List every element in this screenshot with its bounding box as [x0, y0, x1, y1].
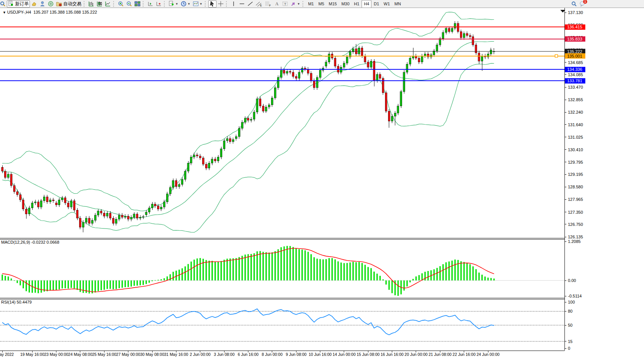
terminal-window: 新订单 自动交易 — [0, 0, 644, 357]
time-axis-label: 21 Jun 08:00 — [429, 352, 452, 357]
time-axis-label: 18 May 2022 — [0, 352, 14, 357]
time-axis-label: 10 Jun 16:00 — [309, 352, 332, 357]
time-axis-label: 15 Jun 08:00 — [357, 352, 380, 357]
bollinger-upper-band — [2, 12, 494, 211]
price-badge-133.781: 133.781 — [565, 78, 585, 83]
macd-values: -0.0232 0.0668 — [31, 240, 59, 244]
price-tick-label: 137.130 — [568, 10, 583, 15]
svg-text:135.222: 135.222 — [567, 49, 582, 54]
time-axis[interactable]: 18 May 202219 May 16:0023 May 00:0024 Ma… — [0, 351, 500, 357]
symbol-title: USDJPY-,H4 — [7, 10, 31, 14]
rsi-value: 50.4479 — [17, 300, 32, 304]
price-tick-label: 134.685 — [568, 60, 583, 65]
price-tick-label: 130.410 — [568, 147, 583, 152]
price-tick-label: 127.350 — [568, 210, 583, 215]
macd-axis-label: -0.5114 — [568, 294, 582, 298]
rsi-pane — [0, 309, 564, 341]
svg-text:133.781: 133.781 — [567, 78, 582, 83]
time-axis-label: 2 Jun 00:00 — [190, 352, 211, 357]
price-badge-135.001: 135.001 — [565, 53, 585, 59]
collapse-arrow-icon[interactable]: ▼ — [3, 11, 6, 14]
svg-text:134.336: 134.336 — [567, 67, 582, 72]
price-badge-135.833: 135.833 — [565, 36, 585, 42]
svg-text:135.001: 135.001 — [567, 54, 582, 58]
macd-pane — [0, 246, 564, 296]
rsi-axis-label: 15 — [568, 339, 572, 344]
rsi-indicator-label: RSI(14) 50.4479 — [1, 300, 32, 304]
price-tick-label: 131.025 — [568, 135, 583, 139]
bollinger-lower-band — [2, 63, 494, 232]
bollinger-middle-band — [2, 41, 494, 218]
time-axis-label: 27 May 00:00 — [116, 352, 140, 357]
rsi-line — [2, 309, 494, 335]
svg-text:135.833: 135.833 — [567, 37, 582, 41]
time-axis-label: 31 May 16:00 — [164, 352, 189, 357]
candles — [2, 21, 495, 232]
price-tick-label: 131.640 — [568, 122, 583, 127]
price-tick-label: 127.965 — [568, 197, 583, 202]
hline-handle[interactable] — [555, 55, 558, 57]
time-axis-label: 16 Jun 16:00 — [380, 352, 404, 357]
time-axis-label: 22 Jun 16:00 — [452, 352, 476, 357]
time-axis-label: 30 May 08:00 — [140, 352, 164, 357]
price-tick-label: 134.085 — [568, 72, 583, 77]
time-axis-label: 24 May 08:00 — [68, 352, 92, 357]
time-axis-label: 25 May 16:00 — [92, 352, 116, 357]
macd-name: MACD(12,26,9) — [1, 240, 30, 244]
price-tick-label: 128.580 — [568, 185, 583, 189]
time-axis-label: 8 Jun 00:00 — [262, 352, 282, 357]
price-axis[interactable]: 137.130136.520135.908135.296134.685134.0… — [564, 10, 585, 351]
time-axis-label: 19 May 16:00 — [20, 352, 44, 357]
time-axis-label: 6 Jun 16:00 — [238, 352, 259, 357]
price-tick-label: 133.470 — [568, 85, 583, 89]
symbol-ohlc-line: ▼USDJPY-,H4 135.207 135.388 135.088 135.… — [3, 10, 97, 14]
time-axis-label: 14 Jun 00:00 — [333, 352, 356, 357]
time-axis-label: 20 Jun 00:00 — [405, 352, 428, 357]
rsi-axis-label: 80 — [568, 309, 572, 313]
svg-text:136.415: 136.415 — [567, 25, 582, 29]
price-badge-134.336: 134.336 — [565, 67, 585, 72]
rsi-name: RSI(14) — [1, 300, 16, 304]
price-tick-label: 126.750 — [568, 222, 583, 227]
ohlc-values: 135.207 135.388 135.088 135.222 — [33, 10, 97, 14]
price-tick-label: 132.855 — [568, 97, 583, 102]
time-axis-label: 23 May 00:00 — [44, 352, 69, 357]
price-tick-label: 132.240 — [568, 110, 583, 114]
price-tick-label: 129.195 — [568, 172, 583, 177]
price-tick-label: 129.795 — [568, 160, 583, 164]
time-axis-label: 3 Jun 08:00 — [214, 352, 235, 357]
macd-axis-label: 1.2085 — [568, 239, 581, 244]
chart-surface[interactable]: 137.130136.520135.908135.296134.685134.0… — [0, 0, 644, 357]
rsi-axis-label: 0 — [568, 346, 570, 351]
time-axis-label: 24 Jun 00:00 — [477, 352, 500, 357]
price-badge-136.415: 136.415 — [565, 24, 585, 30]
macd-axis-label: 0.00 — [568, 278, 576, 283]
rsi-axis-label: 50 — [568, 323, 572, 327]
price-tick-label: 126.135 — [568, 235, 583, 239]
macd-indicator-label: MACD(12,26,9) -0.0232 0.0668 — [1, 240, 59, 244]
time-axis-label: 9 Jun 08:00 — [286, 352, 307, 357]
rsi-axis-label: 100 — [568, 300, 575, 304]
main-price-pane — [2, 12, 495, 232]
